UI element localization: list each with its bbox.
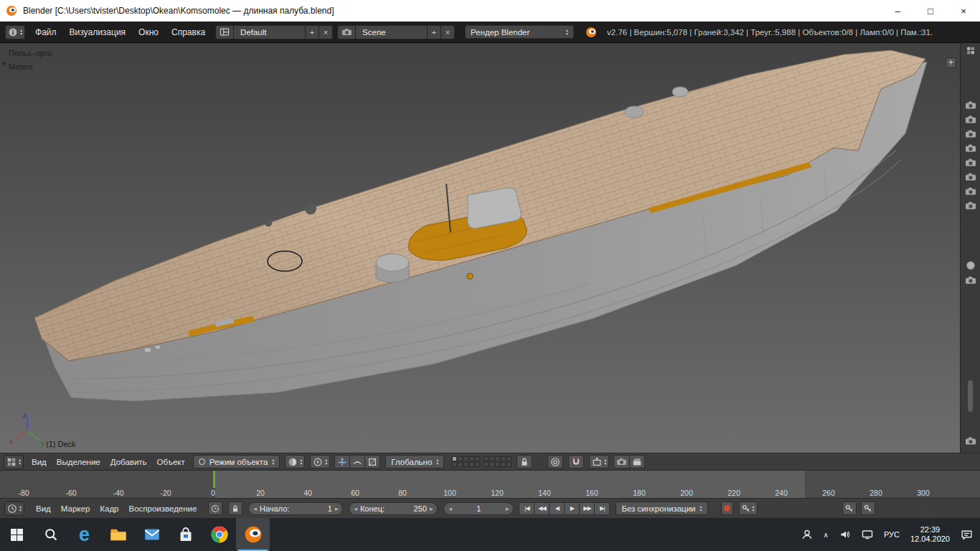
network-icon[interactable] xyxy=(862,529,873,540)
scene-icon[interactable] xyxy=(337,25,356,39)
layer-toggle[interactable] xyxy=(475,462,480,467)
proportional-edit-dropdown[interactable] xyxy=(547,455,563,468)
timeline-area[interactable]: -80-60-40-200204060801001201401601802002… xyxy=(0,470,980,498)
outliner-scrollbar[interactable] xyxy=(968,380,973,412)
editor-type-button-3dview[interactable]: ▴▾ xyxy=(4,455,24,469)
language-indicator[interactable]: РУС xyxy=(884,530,900,539)
manipulator-scale-button[interactable] xyxy=(364,455,380,468)
layer-toggle[interactable] xyxy=(452,462,457,467)
layer-toggle[interactable] xyxy=(495,456,500,461)
layer-toggle[interactable] xyxy=(484,462,489,467)
scene-add-button[interactable]: + xyxy=(428,25,441,39)
menu-item[interactable]: Вид xyxy=(36,504,51,513)
opengl-render-image-button[interactable] xyxy=(613,455,630,468)
sync-dropdown[interactable]: Без синхронизации ▴▾ xyxy=(616,501,707,515)
layer-toggle[interactable] xyxy=(501,456,506,461)
scene-delete-button[interactable]: × xyxy=(441,25,455,39)
taskbar-app-explorer[interactable] xyxy=(101,518,135,551)
keying-set-dropdown[interactable]: ▴▾ xyxy=(739,501,758,515)
screen-layout-value[interactable]: Default xyxy=(234,25,306,39)
render-visibility-icon[interactable] xyxy=(965,187,976,196)
playback-button[interactable]: ▶ xyxy=(564,502,580,515)
layer-toggle[interactable] xyxy=(495,462,500,467)
render-visibility-icon[interactable] xyxy=(965,158,976,167)
close-button[interactable]: × xyxy=(947,0,980,22)
current-frame-marker[interactable] xyxy=(213,471,215,488)
layer-toggle[interactable] xyxy=(489,456,494,461)
render-visibility-icon[interactable] xyxy=(965,436,976,446)
menu-item[interactable]: Маркер xyxy=(61,504,90,513)
layer-toggle[interactable] xyxy=(463,456,468,461)
minimize-button[interactable]: – xyxy=(881,0,914,22)
menu-item[interactable]: Объект xyxy=(157,458,185,466)
playback-button[interactable]: ▶▶ xyxy=(579,502,595,515)
screen-layout-icon[interactable] xyxy=(215,25,234,39)
taskbar-app-mail[interactable] xyxy=(135,518,169,551)
layer-toggle[interactable] xyxy=(489,462,494,467)
current-frame-field[interactable]: ◂ 1 ▸ xyxy=(443,502,514,515)
menu-item[interactable]: Добавить xyxy=(110,458,147,466)
viewport-shading-dropdown[interactable]: ▴▾ xyxy=(285,455,305,468)
viewport-3d[interactable]: Польз.-орто Meters ◂ + z y x (1) Deck xyxy=(0,43,960,453)
menu-item[interactable]: Файл xyxy=(35,27,57,37)
scene-value[interactable]: Scene xyxy=(356,25,428,39)
menu-item[interactable]: Окно xyxy=(138,27,159,37)
menu-item[interactable]: Справка xyxy=(171,27,205,37)
taskbar-app-blender[interactable] xyxy=(236,518,270,551)
start-button[interactable] xyxy=(0,518,34,551)
render-visibility-icon[interactable] xyxy=(965,129,976,138)
user-icon[interactable] xyxy=(801,529,813,540)
preview-range-button[interactable] xyxy=(208,501,222,515)
layer-toggle[interactable] xyxy=(458,456,463,461)
taskbar-app-store[interactable] xyxy=(169,518,202,551)
playback-button[interactable]: |◀ xyxy=(519,502,534,515)
orientation-dropdown[interactable]: Глобально ▴▾ xyxy=(385,455,444,468)
menu-item[interactable]: Вид xyxy=(32,458,47,466)
layer-toggle[interactable] xyxy=(507,462,512,467)
layer-toggle[interactable] xyxy=(469,456,474,461)
mode-dropdown[interactable]: Режим объекта ▴▾ xyxy=(193,455,281,468)
pivot-point-dropdown[interactable]: ▴▾ xyxy=(310,455,330,468)
menu-item[interactable]: Выделение xyxy=(57,458,100,466)
screen-layout-add-button[interactable]: + xyxy=(306,25,319,39)
layer-toggle[interactable] xyxy=(463,462,468,467)
menu-item[interactable]: Визуализация xyxy=(70,27,126,37)
speaker-icon[interactable] xyxy=(839,529,851,540)
frame-end-field[interactable]: ◂ Конец: 250 ▸ xyxy=(349,502,438,515)
search-button[interactable] xyxy=(34,518,67,551)
editor-type-button-info[interactable]: ▴▾ xyxy=(5,25,25,39)
layer-toggle[interactable] xyxy=(469,462,474,467)
render-visibility-icon[interactable] xyxy=(965,100,976,110)
layer-toggle[interactable] xyxy=(458,462,463,467)
editor-type-button-timeline[interactable]: ▴▾ xyxy=(4,501,24,516)
layer-toggle[interactable] xyxy=(475,456,480,461)
playback-button[interactable]: ◀◀ xyxy=(534,502,550,515)
lock-time-button[interactable] xyxy=(228,501,242,515)
manipulator-translate-button[interactable] xyxy=(334,455,350,468)
frame-start-field[interactable]: ◂ Начало: 1 ▸ xyxy=(248,502,343,515)
taskbar-app-chrome[interactable] xyxy=(202,518,236,551)
auto-keyframe-button[interactable] xyxy=(721,501,733,515)
lock-to-scene-button[interactable] xyxy=(517,455,532,468)
layer-toggle[interactable] xyxy=(452,456,457,461)
render-visibility-icon[interactable] xyxy=(965,115,976,124)
tray-chevron-up-icon[interactable]: ∧ xyxy=(824,531,829,539)
toolshelf-expand-arrow[interactable]: ◂ xyxy=(1,59,5,67)
menu-item[interactable]: Воспроизведение xyxy=(128,504,197,513)
keyframe-insert-button[interactable] xyxy=(842,501,857,515)
layer-toggle[interactable] xyxy=(484,456,489,461)
keyframe-delete-button[interactable] xyxy=(861,501,875,515)
maximize-button[interactable]: □ xyxy=(914,0,947,22)
render-engine-dropdown[interactable]: Рендер Blender ▴▾ xyxy=(465,25,574,39)
action-center-icon[interactable] xyxy=(961,529,973,541)
layer-toggle[interactable] xyxy=(501,462,506,467)
render-visibility-icon[interactable] xyxy=(965,172,976,182)
screen-layout-delete-button[interactable]: × xyxy=(319,25,333,39)
outliner-editor-icon[interactable] xyxy=(965,46,976,55)
render-visibility-icon[interactable] xyxy=(965,276,976,285)
taskbar-app-edge[interactable]: e xyxy=(67,518,101,551)
render-visibility-icon[interactable] xyxy=(965,201,976,210)
opengl-render-anim-button[interactable] xyxy=(629,455,645,468)
playback-button[interactable]: ◀ xyxy=(549,502,565,515)
manipulator-rotate-button[interactable] xyxy=(349,455,365,468)
